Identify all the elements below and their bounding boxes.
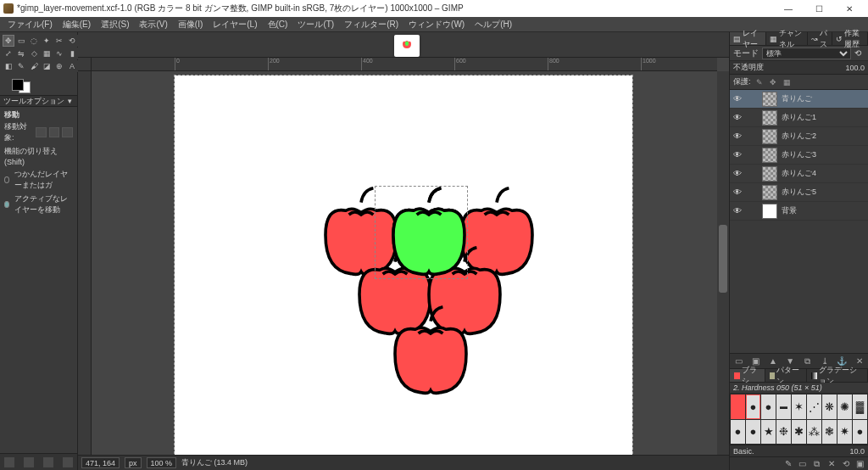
layer-visibility-icon[interactable]: 👁 [732,206,743,215]
tool-bucket[interactable]: ▮ [66,48,78,59]
open-brush-as-image-icon[interactable]: ▣ [855,459,865,468]
zoom-selector[interactable]: 100 % [147,457,177,468]
tab-gradients[interactable]: グラデーション [807,369,868,382]
menu-image[interactable]: 画像(I) [174,18,207,31]
brush-item[interactable]: ● [853,420,867,445]
tool-cage[interactable]: ▦ [41,48,53,59]
layer-row[interactable]: 👁赤りんご2 [730,127,868,146]
tab-layers[interactable]: ▤レイヤー [730,32,766,45]
tab-channels[interactable]: ▦チャンネル [766,32,808,45]
brush-item-selected[interactable]: ● [746,394,760,419]
brush-item[interactable]: ● [761,394,776,419]
tool-eraser[interactable]: ◪ [41,60,53,72]
unit-selector[interactable]: px [125,457,142,468]
layer-thumbnail[interactable] [762,92,777,107]
brush-item[interactable]: ✶ [792,394,806,419]
delete-brush-icon[interactable]: ✕ [826,459,836,468]
new-brush-icon[interactable]: ▭ [798,459,807,468]
menu-windows[interactable]: ウィンドウ(W) [404,18,469,31]
layer-thumbnail[interactable] [762,185,777,200]
layer-row[interactable]: 👁背景 [730,202,868,221]
layer-name[interactable]: 青りんご [782,93,812,104]
menu-edit[interactable]: 編集(E) [58,18,95,31]
radio-pick-layer[interactable] [4,176,9,183]
menu-colors[interactable]: 色(C) [264,18,292,31]
layer-visibility-icon[interactable]: 👁 [732,131,743,141]
layer-thumbnail[interactable] [762,110,777,126]
tool-clone[interactable]: ⊕ [53,60,65,72]
brush-item[interactable]: ★ [761,420,776,445]
layer-thumbnail[interactable] [762,204,777,219]
brush-item[interactable]: ▓ [853,394,867,419]
layer-row[interactable]: 👁赤りんご4 [730,165,868,183]
menu-file[interactable]: ファイル(F) [3,18,57,31]
tool-options-reset-icon[interactable] [63,457,73,467]
layer-row[interactable]: 👁青りんご [730,90,868,109]
layer-row[interactable]: 👁赤りんご5 [730,183,868,202]
foreground-color[interactable] [12,79,24,91]
duplicate-layer-icon[interactable]: ⧉ [803,356,813,366]
layer-thumbnail[interactable] [762,129,777,144]
tool-options-close-icon[interactable]: ▾ [65,97,74,105]
mode-reset-icon[interactable]: ⟲ [854,48,865,58]
layer-visibility-icon[interactable]: 👁 [732,187,743,197]
layer-visibility-icon[interactable]: 👁 [732,150,743,159]
layer-visibility-icon[interactable]: 👁 [732,113,743,122]
tab-brushes[interactable]: ブラシ [730,369,765,382]
tool-gradient[interactable]: ◧ [3,60,14,72]
ruler-vertical[interactable] [78,71,92,455]
brush-spacing-value[interactable]: 10.0 [849,447,865,456]
tool-options-save-icon[interactable] [4,457,14,467]
opacity-row[interactable]: 不透明度 100.0 [730,61,868,75]
layer-name[interactable]: 赤りんご2 [782,131,816,142]
menu-filters[interactable]: フィルター(R) [340,18,403,31]
menu-layer[interactable]: レイヤー(L) [209,18,261,31]
layer-row[interactable]: 👁赤りんご3 [730,146,868,165]
layer-visibility-icon[interactable]: 👁 [732,169,743,178]
color-swatches[interactable] [0,75,77,95]
lock-pixels-icon[interactable]: ✎ [755,77,765,87]
layer-thumbnail[interactable] [762,148,777,163]
layer-row[interactable]: 👁赤りんご1 [730,109,868,127]
menu-tools[interactable]: ツール(T) [293,18,338,31]
canvas-viewport[interactable] [92,71,717,455]
brush-item[interactable]: ⁂ [807,420,821,445]
menu-help[interactable]: ヘルプ(H) [470,18,516,31]
edit-brush-icon[interactable]: ✎ [783,459,793,468]
close-button[interactable]: ✕ [834,0,865,17]
layer-thumbnail[interactable] [762,166,777,182]
layer-visibility-icon[interactable]: 👁 [732,94,743,104]
tool-options-delete-icon[interactable] [43,457,53,467]
tool-perspective[interactable]: ◇ [28,48,40,59]
brush-item[interactable] [731,394,745,419]
tool-crop[interactable]: ✂ [53,35,65,47]
tab-patterns[interactable]: パターン [765,369,807,382]
layer-name[interactable]: 赤りんご1 [782,112,816,123]
tool-brush[interactable]: 🖌 [28,60,40,72]
brush-item[interactable]: ⋰ [807,394,821,419]
brush-item[interactable]: ✷ [837,420,852,445]
tool-flip[interactable]: ⇋ [15,48,27,59]
brush-item[interactable]: ❋ [822,394,837,419]
tool-rect-select[interactable]: ▭ [15,35,27,47]
image-tab[interactable] [394,35,420,57]
layer-name[interactable]: 背景 [782,205,797,216]
brush-item[interactable]: ▬ [776,394,791,419]
layer-name[interactable]: 赤りんご3 [782,149,816,160]
lock-position-icon[interactable]: ✥ [769,77,778,87]
menu-view[interactable]: 表示(V) [135,18,171,31]
brush-item[interactable]: ✱ [792,420,806,445]
move-target-layer-button[interactable] [36,127,47,137]
layer-name[interactable]: 赤りんご4 [782,168,816,179]
tool-warp[interactable]: ∿ [53,48,65,59]
tool-fuzzy-select[interactable]: ✦ [41,35,53,47]
duplicate-brush-icon[interactable]: ⧉ [812,459,821,468]
tab-history[interactable]: ↺作業履歴 [832,32,868,45]
brush-item[interactable]: ● [731,420,745,445]
ruler-horizontal[interactable]: 02004006008001000 [92,58,717,71]
menu-select[interactable]: 選択(S) [97,18,133,31]
canvas[interactable] [175,76,632,455]
tool-options-restore-icon[interactable] [24,457,34,467]
maximize-button[interactable]: ☐ [804,0,834,17]
move-target-path-button[interactable] [62,127,73,137]
